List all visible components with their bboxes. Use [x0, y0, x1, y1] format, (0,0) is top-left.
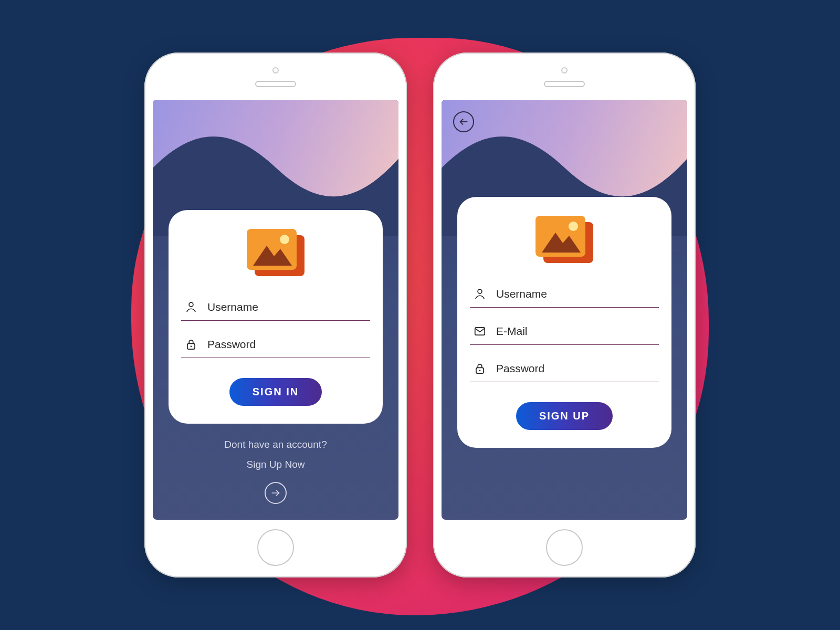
phone-hardware-top	[255, 67, 296, 87]
back-arrow-icon	[458, 116, 469, 128]
svg-point-8	[569, 222, 578, 231]
signup-arrow-button[interactable]	[265, 482, 287, 504]
phone-speaker	[544, 81, 585, 87]
password-label: Password	[207, 338, 256, 351]
phone-camera	[561, 67, 568, 74]
phone-mockups-container: Username Password SIGN IN Dont have an a…	[144, 52, 696, 578]
password-field[interactable]: Password	[181, 330, 370, 358]
username-label: Username	[496, 288, 547, 300]
phone-home-button	[546, 529, 583, 566]
lock-icon	[473, 362, 487, 375]
phone-camera	[272, 67, 279, 74]
phone-home-button	[257, 529, 294, 566]
phone-hardware-top	[544, 67, 585, 87]
screen-signin: Username Password SIGN IN Dont have an a…	[153, 100, 398, 520]
password-field[interactable]: Password	[470, 354, 659, 382]
svg-point-5	[191, 345, 192, 347]
svg-point-12	[479, 370, 481, 371]
signup-button[interactable]: SIGN UP	[516, 402, 613, 430]
image-placeholder-icon	[242, 225, 310, 282]
username-field[interactable]: Username	[181, 293, 370, 321]
username-label: Username	[207, 301, 258, 313]
phone-signup: Username E-Mail Password	[433, 52, 696, 578]
phone-speaker	[255, 81, 296, 87]
svg-point-3	[189, 302, 193, 307]
email-label: E-Mail	[496, 325, 528, 338]
signup-card: Username E-Mail Password	[457, 197, 671, 448]
user-icon	[184, 300, 198, 314]
mail-icon	[473, 324, 487, 338]
image-placeholder-icon	[530, 212, 598, 269]
screen-signup: Username E-Mail Password	[442, 100, 687, 520]
email-field[interactable]: E-Mail	[470, 317, 659, 345]
lock-icon	[184, 338, 198, 351]
forward-arrow-icon	[270, 487, 281, 499]
phone-signin: Username Password SIGN IN Dont have an a…	[144, 52, 407, 578]
svg-point-2	[280, 235, 289, 244]
signin-button[interactable]: SIGN IN	[229, 378, 322, 406]
user-icon	[473, 287, 487, 301]
signin-card: Username Password SIGN IN	[169, 210, 383, 424]
no-account-text: Dont have an account?	[153, 439, 398, 450]
back-button[interactable]	[453, 111, 474, 132]
username-field[interactable]: Username	[470, 280, 659, 308]
signup-now-link[interactable]: Sign Up Now	[153, 459, 398, 470]
svg-point-9	[478, 289, 482, 293]
password-label: Password	[496, 362, 544, 375]
